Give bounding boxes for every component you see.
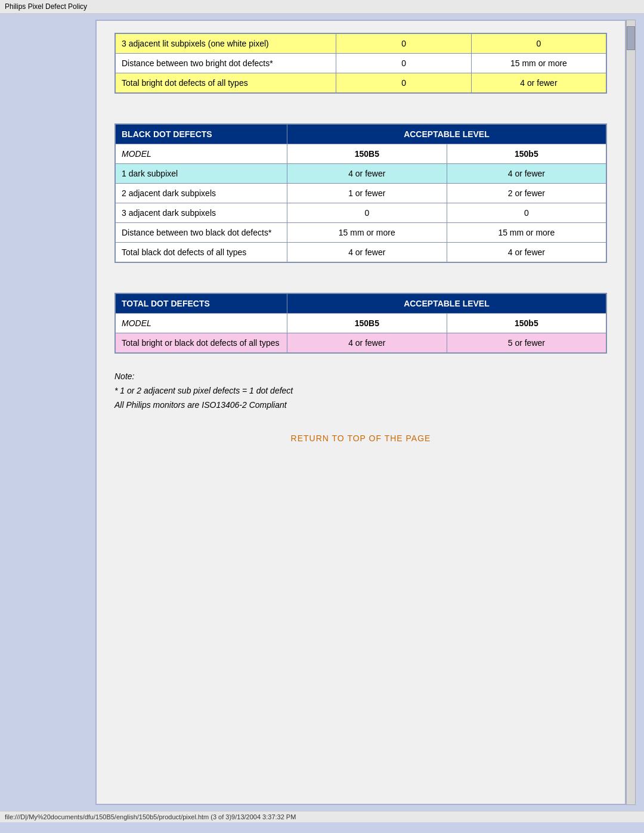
section-spacer-2 [114, 281, 607, 293]
black-dot-row-label-0: 1 dark subpixel [115, 164, 287, 184]
total-dot-header-right: ACCEPTABLE LEVEL [287, 293, 606, 314]
notes-heading: Note: [114, 371, 607, 381]
black-dot-row-label-1: 2 adjacent dark subpixels [115, 184, 287, 203]
black-dot-row-1: 2 adjacent dark subpixels1 or fewer2 or … [115, 184, 606, 203]
total-dot-row-0: Total bright or black dot defects of all… [115, 333, 606, 354]
notes-line1: * 1 or 2 adjacent sub pixel defects = 1 … [114, 386, 607, 395]
black-dot-model-col1: 150B5 [287, 144, 447, 164]
black-dot-row-val1-0: 4 or fewer [287, 164, 447, 184]
black-dot-row-label-2: 3 adjacent dark subpixels [115, 203, 287, 223]
bright-dot-row-2: Total bright dot defects of all types04 … [115, 73, 606, 94]
black-dot-row-0: 1 dark subpixel4 or fewer4 or fewer [115, 164, 606, 184]
total-dot-row-val1-0: 4 or fewer [287, 333, 447, 354]
content-area: 3 adjacent lit subpixels (one white pixe… [95, 20, 626, 805]
black-dot-header-left: BLACK DOT DEFECTS [115, 124, 287, 144]
black-dot-row-label-4: Total black dot defects of all types [115, 243, 287, 263]
title-bar: Philips Pixel Defect Policy [0, 0, 644, 14]
total-dot-model-col2: 150b5 [447, 314, 606, 333]
total-dot-header-row: TOTAL DOT DEFECTS ACCEPTABLE LEVEL [115, 293, 606, 314]
bright-dot-row-1: Distance between two bright dot defects*… [115, 54, 606, 73]
black-dot-row-val1-1: 1 or fewer [287, 184, 447, 203]
total-dot-model-label: MODEL [115, 314, 287, 333]
status-bar-text: file:///D|/My%20documents/dfu/150B5/engl… [5, 813, 296, 820]
black-dot-row-val2-3: 15 mm or more [447, 223, 606, 243]
black-dot-model-label: MODEL [115, 144, 287, 164]
bright-dot-row-val1-2: 0 [336, 73, 472, 94]
black-dot-row-4: Total black dot defects of all types4 or… [115, 243, 606, 263]
bright-dot-row-0: 3 adjacent lit subpixels (one white pixe… [115, 33, 606, 54]
bright-dot-row-val2-0: 0 [471, 33, 606, 54]
status-bar: file:///D|/My%20documents/dfu/150B5/engl… [0, 811, 644, 822]
black-dot-row-val1-4: 4 or fewer [287, 243, 447, 263]
scrollbar-thumb[interactable] [627, 26, 635, 50]
black-dot-row-2: 3 adjacent dark subpixels00 [115, 203, 606, 223]
black-dot-header-row: BLACK DOT DEFECTS ACCEPTABLE LEVEL [115, 124, 606, 144]
bright-dot-row-val2-2: 4 or fewer [471, 73, 606, 94]
scrollbar-track[interactable] [626, 20, 636, 805]
black-dot-row-val1-3: 15 mm or more [287, 223, 447, 243]
total-dot-row-val2-0: 5 or fewer [447, 333, 606, 354]
bright-dot-row-val1-1: 0 [336, 54, 472, 73]
total-dot-header-left: TOTAL DOT DEFECTS [115, 293, 287, 314]
black-dot-row-label-3: Distance between two black dot defects* [115, 223, 287, 243]
notes-line2: All Philips monitors are ISO13406-2 Comp… [114, 400, 607, 410]
black-dot-row-val2-2: 0 [447, 203, 606, 223]
black-dot-model-row: MODEL 150B5 150b5 [115, 144, 606, 164]
total-dot-table: TOTAL DOT DEFECTS ACCEPTABLE LEVEL MODEL… [114, 293, 607, 354]
main-wrapper: 3 adjacent lit subpixels (one white pixe… [0, 14, 644, 811]
total-dot-row-label-0: Total bright or black dot defects of all… [115, 333, 287, 354]
black-dot-model-col2: 150b5 [447, 144, 606, 164]
title-bar-label: Philips Pixel Defect Policy [5, 2, 87, 11]
black-dot-header-right: ACCEPTABLE LEVEL [287, 124, 606, 144]
bright-dot-row-val1-0: 0 [336, 33, 472, 54]
right-sidebar [626, 20, 638, 805]
black-dot-row-val2-1: 2 or fewer [447, 184, 606, 203]
black-dot-table: BLACK DOT DEFECTS ACCEPTABLE LEVEL MODEL… [114, 123, 607, 263]
return-to-top-link[interactable]: RETURN TO TOP OF THE PAGE [291, 433, 431, 443]
bright-dot-row-val2-1: 15 mm or more [471, 54, 606, 73]
black-dot-row-val2-0: 4 or fewer [447, 164, 606, 184]
black-dot-row-val2-4: 4 or fewer [447, 243, 606, 263]
left-sidebar [6, 20, 95, 805]
bright-dot-table: 3 adjacent lit subpixels (one white pixe… [114, 33, 607, 94]
black-dot-row-3: Distance between two black dot defects*1… [115, 223, 606, 243]
total-dot-model-row: MODEL 150B5 150b5 [115, 314, 606, 333]
bright-dot-row-label-1: Distance between two bright dot defects* [115, 54, 336, 73]
total-dot-model-col1: 150B5 [287, 314, 447, 333]
section-spacer-1 [114, 112, 607, 123]
return-link-container: RETURN TO TOP OF THE PAGE [114, 433, 607, 443]
bright-dot-row-label-0: 3 adjacent lit subpixels (one white pixe… [115, 33, 336, 54]
black-dot-row-val1-2: 0 [287, 203, 447, 223]
bright-dot-row-label-2: Total bright dot defects of all types [115, 73, 336, 94]
notes-section: Note: * 1 or 2 adjacent sub pixel defect… [114, 371, 607, 410]
